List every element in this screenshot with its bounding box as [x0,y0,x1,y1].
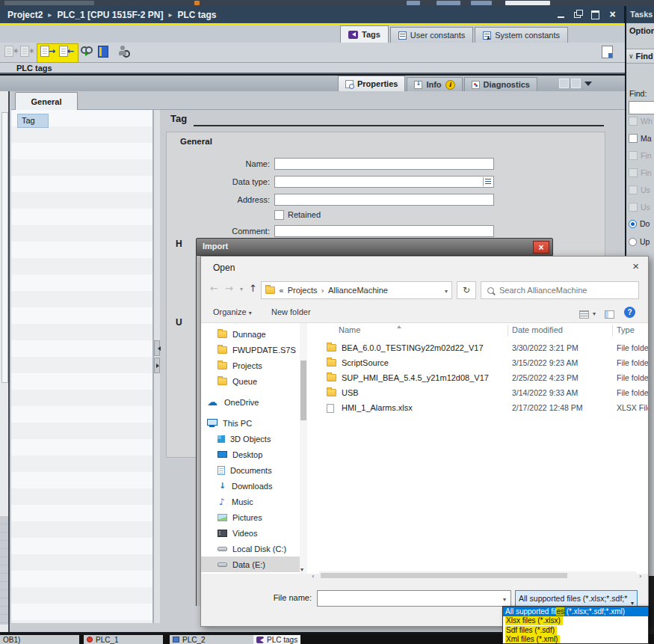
find-option[interactable]: Wh [629,115,654,127]
address-crumb[interactable]: AllianceMachine [328,286,388,295]
minimize-icon[interactable] [555,8,567,20]
sidebar-item[interactable]: Pictures [201,509,300,525]
sidebar-scrollbar[interactable] [300,323,307,574]
import-dialog-titlebar[interactable]: Import × [196,238,553,256]
editor-button[interactable]: OB1) [0,635,79,644]
horizontal-scrollbar[interactable]: ‹ › [310,571,648,581]
search-box[interactable]: Search AllianceMachine [481,281,639,299]
maximize-icon[interactable] [589,8,602,20]
breadcrumb-item[interactable]: Project2 [7,10,57,20]
import-icon[interactable]: ← [59,46,71,58]
float-pane-icon[interactable] [559,79,569,88]
organize-button[interactable]: Organize ▾ [213,307,252,316]
sidebar-item[interactable]: Music [201,494,300,509]
editor-button[interactable]: PLC_1 [84,635,163,644]
find-replace-icon[interactable] [118,46,130,58]
sidebar-item[interactable]: Local Disk (C:) [201,541,300,556]
new-folder-button[interactable]: New folder [271,307,311,316]
sidebar-item[interactable]: Desktop [201,447,300,462]
constants-book-icon[interactable] [98,46,108,58]
file-row[interactable]: BEA_6.0.0_TESTINGy22m02d22_V173/30/2022 … [310,341,648,356]
dialog-close-icon[interactable]: × [632,260,639,272]
address-field[interactable] [274,194,494,206]
sidebar-item[interactable]: This PC [201,415,300,431]
checkbox-icon[interactable] [629,168,638,177]
inspector-tab[interactable]: Properties [338,76,405,91]
editor-button[interactable]: PLC tags [253,635,300,644]
scroll-left-icon[interactable]: ‹ [312,572,315,580]
restore-icon[interactable] [572,8,584,20]
direction-option[interactable]: Do [629,218,654,230]
add-row-icon[interactable]: ✶ [20,46,32,58]
inspector-tab[interactable]: Infoi [407,77,462,91]
dropdown-option-selected[interactable]: All supported files (*.xlsx;*.sdf;*.xml) [503,607,648,616]
maximize-editor-icon[interactable] [602,46,613,58]
column-divider[interactable] [612,325,613,337]
tab-general[interactable]: General [15,92,78,110]
dropdown-option[interactable]: Sdf files (*.sdf) [503,626,648,636]
scrollbar-track[interactable] [319,571,636,580]
sidebar-item[interactable]: Documents [201,462,300,478]
data-type-field[interactable] [274,176,494,188]
file-name-input[interactable]: ▾ [317,590,511,607]
scroll-down-icon[interactable]: ▾ [300,566,303,573]
file-row[interactable]: USB3/14/2022 9:33 AMFile folder [310,386,648,401]
comment-field[interactable] [274,225,494,237]
inspector-tab[interactable]: Diagnostics [464,77,537,91]
editor-tab[interactable]: User constants [390,27,473,43]
file-row[interactable]: SUP_HMI_BEA_5.4.5_y21m12d08_V172/25/2022… [310,371,648,386]
retained-checkbox[interactable] [274,210,284,220]
checkbox-icon[interactable] [629,151,638,160]
sidebar-item[interactable]: Queue [201,373,300,389]
find-option[interactable]: Us [629,201,654,213]
column-divider[interactable] [508,325,508,337]
scroll-right-icon[interactable]: › [639,572,642,580]
data-type-dropdown-icon[interactable] [483,177,493,186]
sidebar-item[interactable]: FWUPDATE.S7S [201,342,300,358]
breadcrumb-item[interactable]: PLC_1 [CPU 1515F-2 PN] [57,10,177,20]
radio-icon[interactable] [629,238,637,246]
file-row[interactable]: HMI_1_Alarms.xlsx2/17/2022 12:48 PMXLSX … [310,401,648,416]
sidebar-item[interactable]: 3D Objects [201,431,300,447]
pane-splitter[interactable] [153,110,160,623]
find-option[interactable]: Fin [629,167,654,179]
file-row[interactable]: ScriptSource3/15/2022 9:23 AMFile folder [310,356,648,371]
view-chevron-icon[interactable]: ▾ [593,310,596,317]
column-name[interactable]: Name [339,325,360,334]
checkbox-icon[interactable] [629,203,638,212]
checkbox-icon[interactable] [629,117,638,126]
insert-row-icon[interactable]: ✶ [4,46,16,58]
radio-icon[interactable] [629,220,637,228]
forward-icon[interactable]: → [225,283,233,294]
scrollbar-thumb[interactable] [300,361,306,420]
address-crumb[interactable]: Projects [288,286,318,295]
breadcrumb-item[interactable]: PLC tags [177,10,216,20]
sidebar-item[interactable]: Videos [201,525,300,541]
export-icon[interactable]: → [40,46,52,58]
preview-pane-icon[interactable] [605,309,614,319]
splitter-right-icon[interactable] [154,358,160,373]
editor-tab[interactable]: Tags [340,25,389,43]
sidebar-item[interactable]: Data (E:) [201,556,300,572]
close-icon[interactable]: × [606,8,619,20]
dropdown-option[interactable]: Xml files (*.xml) [503,635,648,644]
address-bar[interactable]: « Projects › AllianceMachine ▾ [261,281,452,299]
file-type-select[interactable]: All supported files (*.xlsx;*.sdf;*▾ [515,590,638,607]
refresh-icon[interactable]: ↻ [457,281,476,299]
import-close-icon[interactable]: × [533,241,549,254]
view-list-icon[interactable] [579,309,589,319]
column-date-modified[interactable]: Date modified [512,325,563,334]
checkbox-icon[interactable] [629,185,638,194]
chevron-down-icon[interactable]: ▾ [503,596,506,603]
history-chevron-icon[interactable]: ▾ [240,286,243,292]
sidebar-item[interactable]: OneDrive [201,394,300,410]
address-overflow[interactable]: « [279,286,284,295]
find-option[interactable]: Fin [629,150,654,162]
find-option[interactable]: Us [629,184,654,196]
monitor-all-icon[interactable] [81,46,93,55]
help-icon[interactable]: ? [624,307,635,318]
scrollbar-thumb[interactable] [321,573,567,578]
back-icon[interactable]: ← [210,283,218,294]
find-section-header[interactable]: ∨ Find [626,49,654,64]
sidebar-item[interactable]: Dunnage [201,326,300,342]
